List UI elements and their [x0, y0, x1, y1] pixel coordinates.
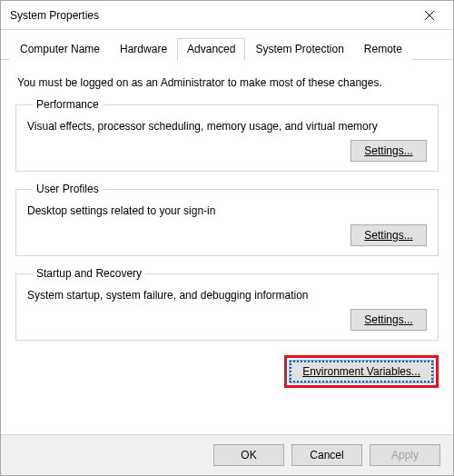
env-row: Environment Variables...: [15, 355, 439, 388]
tab-advanced[interactable]: Advanced: [177, 38, 245, 60]
tab-computer-name[interactable]: Computer Name: [10, 38, 110, 60]
titlebar: System Properties: [1, 1, 453, 30]
startup-recovery-group: Startup and Recovery System startup, sys…: [15, 267, 439, 341]
window-title: System Properties: [10, 9, 410, 22]
user-profiles-desc: Desktop settings related to your sign-in: [27, 204, 427, 217]
dialog-footer: OK Cancel Apply: [1, 434, 453, 475]
ok-button[interactable]: OK: [213, 444, 284, 466]
user-profiles-legend: User Profiles: [33, 183, 103, 195]
performance-settings-button[interactable]: Settings...: [350, 140, 427, 162]
user-profiles-settings-button[interactable]: Settings...: [350, 224, 427, 246]
tab-content: You must be logged on as an Administrato…: [1, 60, 453, 434]
cancel-button[interactable]: Cancel: [291, 444, 362, 466]
performance-legend: Performance: [33, 98, 103, 111]
startup-settings-button[interactable]: Settings...: [350, 309, 427, 331]
performance-group: Performance Visual effects, processor sc…: [15, 98, 439, 172]
annotation-highlight: Environment Variables...: [284, 355, 439, 388]
performance-desc: Visual effects, processor scheduling, me…: [27, 120, 427, 133]
tab-system-protection[interactable]: System Protection: [245, 38, 353, 60]
close-icon: [425, 11, 434, 20]
close-button[interactable]: [410, 2, 449, 29]
intro-text: You must be logged on as an Administrato…: [17, 76, 437, 89]
tab-remote[interactable]: Remote: [354, 38, 412, 60]
startup-desc: System startup, system failure, and debu…: [27, 289, 427, 302]
environment-variables-button[interactable]: Environment Variables...: [290, 361, 433, 382]
startup-legend: Startup and Recovery: [33, 267, 145, 280]
apply-button[interactable]: Apply: [370, 444, 440, 466]
user-profiles-group: User Profiles Desktop settings related t…: [15, 183, 439, 256]
tabs: Computer Name Hardware Advanced System P…: [1, 30, 453, 60]
tab-hardware[interactable]: Hardware: [110, 38, 177, 60]
